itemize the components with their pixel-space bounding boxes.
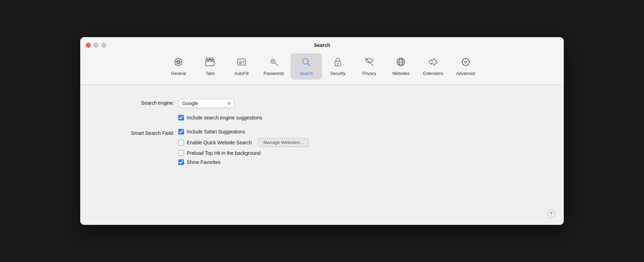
tab-general[interactable]: General [163,53,194,80]
advanced-icon [460,57,471,69]
help-button[interactable]: ? [547,209,555,218]
tab-advanced[interactable]: Advanced [450,53,481,80]
websites-icon [396,57,406,69]
tab-search-label: Search [300,71,313,76]
tab-websites-label: Websites [392,71,409,76]
tab-tabs[interactable]: Tabs [194,53,226,80]
tab-tabs-label: Tabs [206,71,214,76]
tab-privacy-label: Privacy [362,71,376,76]
close-button[interactable] [86,43,91,48]
smart-search-row: Smart Search Field: Include Safari Sugge… [101,129,543,165]
include-suggestions-row: Include search engine suggestions [178,115,262,120]
maximize-button[interactable] [101,43,106,48]
show-favorites-label[interactable]: Show Favorites [187,159,220,165]
search-icon [301,57,311,69]
tab-search[interactable]: Search [290,53,322,80]
tab-autofill-label: AutoFill [234,71,248,76]
manage-websites-button[interactable]: Manage Websites... [258,138,309,147]
svg-rect-3 [206,60,214,66]
safari-suggestions-row: Include Safari Suggestions [178,129,309,135]
tab-privacy[interactable]: Privacy [354,53,385,80]
smart-search-label: Smart Search Field: [101,129,178,136]
general-icon [173,57,184,69]
tab-passwords[interactable]: Passwords [257,53,290,80]
tab-passwords-label: Passwords [263,71,284,76]
engine-select-row: Google Yahoo Bing DuckDuckGo Ecosia [178,99,262,108]
extensions-icon [428,57,438,69]
minimize-button[interactable] [94,43,98,48]
preload-top-hit-checkbox[interactable] [178,150,184,156]
include-suggestions-checkbox[interactable] [178,115,184,120]
tab-extensions[interactable]: Extensions [417,53,450,80]
svg-rect-6 [238,59,245,65]
quick-website-search-row: Enable Quick Website Search Manage Websi… [178,138,309,147]
window: Search General [80,37,564,225]
search-engine-controls: Google Yahoo Bing DuckDuckGo Ecosia Incl… [178,99,262,120]
search-engine-label: Search engine: [101,99,178,106]
svg-point-8 [272,61,274,62]
safari-suggestions-checkbox[interactable] [178,129,184,135]
tab-autofill[interactable]: AutoFill [226,53,257,80]
tab-advanced-label: Advanced [456,71,475,76]
autofill-icon [236,57,247,69]
svg-point-0 [177,61,179,63]
svg-rect-5 [210,58,213,60]
preload-top-hit-row: Preload Top Hit in the background [178,150,309,156]
content-area: Search engine: Google Yahoo Bing DuckDuc… [80,85,564,225]
safari-suggestions-label[interactable]: Include Safari Suggestions [187,129,245,135]
passwords-icon [269,57,279,69]
smart-search-controls: Include Safari Suggestions Enable Quick … [178,129,309,165]
traffic-lights [86,43,106,48]
search-engine-row: Search engine: Google Yahoo Bing DuckDuc… [101,99,543,120]
titlebar: Search [80,37,564,48]
toolbar: General Tabs Au [80,48,564,80]
svg-point-1 [175,58,182,66]
svg-point-15 [465,61,467,63]
quick-website-search-checkbox[interactable] [178,140,184,145]
svg-point-16 [462,58,469,66]
tab-websites[interactable]: Websites [385,53,417,80]
privacy-icon [364,57,375,69]
security-icon [333,57,343,69]
show-favorites-checkbox[interactable] [178,159,184,165]
tabs-icon [205,57,215,69]
tab-general-label: General [171,71,186,76]
tab-security[interactable]: Security [322,53,354,80]
include-suggestions-label[interactable]: Include search engine suggestions [187,115,262,120]
preload-top-hit-label[interactable]: Preload Top Hit in the background [187,150,261,156]
search-engine-select[interactable]: Google Yahoo Bing DuckDuckGo Ecosia [178,99,234,108]
tab-extensions-label: Extensions [423,71,444,76]
svg-rect-4 [207,58,210,60]
tab-security-label: Security [330,71,345,76]
quick-website-search-label[interactable]: Enable Quick Website Search [187,140,252,145]
show-favorites-row: Show Favorites [178,159,309,165]
window-title: Search [314,42,330,48]
